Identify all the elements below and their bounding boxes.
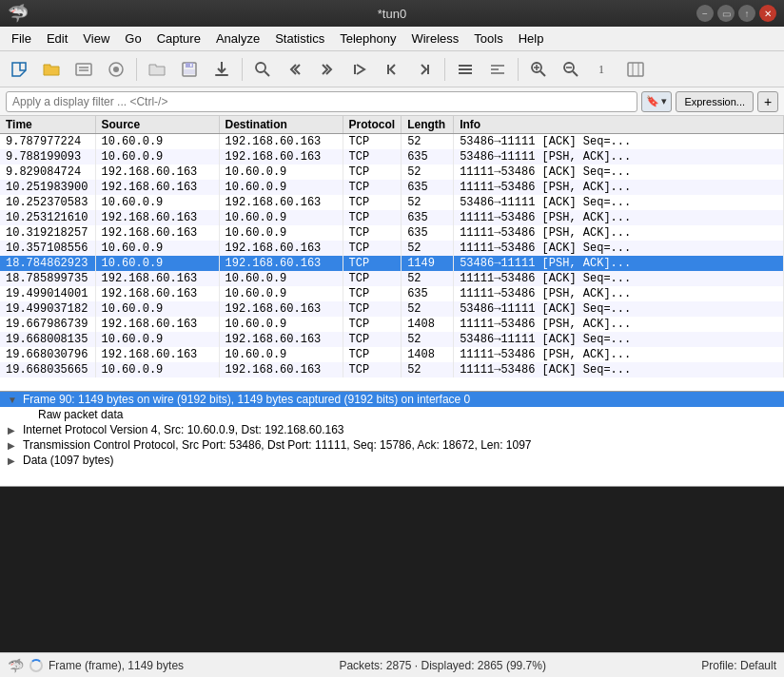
table-row[interactable]: 9.78797722410.60.0.9192.168.60.163TCP525… [0, 134, 784, 150]
expand-arrow-icon: ▶ [8, 425, 19, 435]
table-row[interactable]: 18.785899735192.168.60.16310.60.0.9TCP52… [0, 271, 784, 286]
last-button[interactable] [409, 55, 440, 84]
packet-list[interactable]: Time Source Destination Protocol Length … [0, 116, 784, 392]
cell-source: 10.60.0.9 [95, 332, 219, 347]
filter-bookmark-dropdown[interactable]: 🔖 ▾ [641, 91, 672, 112]
close-button[interactable]: ✕ [759, 5, 776, 22]
column-time[interactable]: Time [0, 116, 95, 134]
table-row[interactable]: 19.499014001192.168.60.16310.60.0.9TCP63… [0, 286, 784, 301]
maximize-button[interactable]: ↑ [738, 5, 755, 22]
forward-button[interactable] [312, 55, 343, 84]
cell-length: 52 [402, 332, 454, 347]
cell-protocol: TCP [343, 149, 402, 164]
toolbar: 1 [0, 51, 784, 87]
cell-length: 52 [402, 241, 454, 256]
table-row[interactable]: 10.319218257192.168.60.16310.60.0.9TCP63… [0, 225, 784, 241]
cell-destination: 192.168.60.163 [219, 256, 343, 271]
column-source[interactable]: Source [95, 116, 219, 134]
cell-length: 1408 [402, 317, 454, 332]
window-title: *tun0 [378, 7, 406, 21]
cell-length: 52 [402, 134, 454, 150]
cell-time: 9.788199093 [0, 149, 95, 164]
cell-time: 19.499014001 [0, 286, 95, 301]
table-header-row: Time Source Destination Protocol Length … [0, 116, 784, 134]
table-row[interactable]: 19.667986739192.168.60.16310.60.0.9TCP14… [0, 317, 784, 332]
zoom-out-button[interactable] [556, 55, 586, 84]
find-button[interactable] [247, 55, 278, 84]
cell-source: 192.168.60.163 [95, 271, 219, 286]
profile-info: Profile: Default [701, 659, 776, 672]
table-row[interactable]: 10.251983900192.168.60.16310.60.0.9TCP63… [0, 180, 784, 195]
cell-length: 635 [402, 225, 454, 241]
first-button[interactable] [377, 55, 407, 84]
cell-length: 1408 [402, 347, 454, 362]
cell-destination: 10.60.0.9 [219, 347, 343, 362]
minimize-button[interactable]: − [696, 5, 714, 22]
menu-analyze[interactable]: Analyze [208, 29, 267, 48]
resize-columns-button[interactable] [620, 55, 651, 84]
table-row[interactable]: 19.66803566510.60.0.9192.168.60.163TCP52… [0, 362, 784, 377]
menu-telephony[interactable]: Telephony [332, 29, 403, 48]
menu-help[interactable]: Help [511, 29, 552, 48]
cell-destination: 192.168.60.163 [219, 241, 343, 256]
cell-length: 52 [402, 362, 454, 377]
cell-source: 10.60.0.9 [95, 149, 219, 164]
detail-row[interactable]: ▶Data (1097 bytes) [0, 453, 784, 468]
menu-go[interactable]: Go [117, 29, 148, 48]
menu-capture[interactable]: Capture [149, 29, 208, 48]
open-recent-button[interactable] [142, 55, 172, 84]
column-protocol[interactable]: Protocol [343, 116, 402, 134]
cell-protocol: TCP [343, 210, 402, 225]
detail-row[interactable]: Raw packet data [0, 407, 784, 422]
restore-button[interactable]: ▭ [717, 5, 735, 22]
column-length[interactable]: Length [402, 116, 454, 134]
save-as-button[interactable] [174, 55, 205, 84]
detail-row[interactable]: ▼Frame 90: 1149 bytes on wire (9192 bits… [0, 392, 784, 407]
cell-destination: 192.168.60.163 [219, 301, 343, 317]
options-button[interactable] [101, 55, 131, 84]
cell-length: 635 [402, 149, 454, 164]
back-button[interactable] [280, 55, 310, 84]
cell-protocol: TCP [343, 271, 402, 286]
detail-row[interactable]: ▶Transmission Control Protocol, Src Port… [0, 437, 784, 453]
cell-destination: 10.60.0.9 [219, 164, 343, 180]
cell-time: 19.668030796 [0, 347, 95, 362]
menu-view[interactable]: View [75, 29, 117, 48]
table-row[interactable]: 9.829084724192.168.60.16310.60.0.9TCP521… [0, 164, 784, 180]
table-row[interactable]: 9.78819909310.60.0.9192.168.60.163TCP635… [0, 149, 784, 164]
normal-size-button[interactable]: 1 [588, 55, 618, 84]
menu-wireless[interactable]: Wireless [403, 29, 466, 48]
add-filter-button[interactable]: + [757, 91, 778, 112]
autoscroll-button[interactable] [450, 55, 480, 84]
chevron-down-icon: ▾ [661, 95, 667, 107]
expand-arrow-icon: ▶ [8, 440, 19, 451]
table-row[interactable]: 19.49903718210.60.0.9192.168.60.163TCP52… [0, 301, 784, 317]
menu-tools[interactable]: Tools [466, 29, 510, 48]
close-capture-button[interactable] [69, 55, 99, 84]
table-row[interactable]: 19.66800813510.60.0.9192.168.60.163TCP52… [0, 332, 784, 347]
table-row[interactable]: 10.253121610192.168.60.16310.60.0.9TCP63… [0, 210, 784, 225]
cell-protocol: TCP [343, 241, 402, 256]
detail-text: Frame 90: 1149 bytes on wire (9192 bits)… [23, 393, 470, 406]
menu-edit[interactable]: Edit [39, 29, 75, 48]
zoom-in-button[interactable] [523, 55, 554, 84]
display-filter-input[interactable] [6, 91, 637, 112]
colorize-button[interactable] [482, 55, 513, 84]
cell-time: 19.667986739 [0, 317, 95, 332]
cell-info: 53486→11111 [PSH, ACK]... [454, 149, 784, 164]
table-row[interactable]: 10.25237058310.60.0.9192.168.60.163TCP52… [0, 195, 784, 210]
jump-button[interactable] [344, 55, 375, 84]
menu-statistics[interactable]: Statistics [267, 29, 332, 48]
table-row[interactable]: 19.668030796192.168.60.16310.60.0.9TCP14… [0, 347, 784, 362]
table-row[interactable]: 10.35710855610.60.0.9192.168.60.163TCP52… [0, 241, 784, 256]
table-row[interactable]: 18.78486292310.60.0.9192.168.60.163TCP11… [0, 256, 784, 271]
column-info[interactable]: Info [454, 116, 784, 134]
export-button[interactable] [206, 55, 237, 84]
new-capture-button[interactable] [4, 55, 34, 84]
cell-source: 192.168.60.163 [95, 286, 219, 301]
expression-button[interactable]: Expression... [676, 91, 754, 112]
detail-row[interactable]: ▶Internet Protocol Version 4, Src: 10.60… [0, 422, 784, 437]
column-destination[interactable]: Destination [219, 116, 343, 134]
menu-file[interactable]: File [4, 29, 39, 48]
open-button[interactable] [36, 55, 67, 84]
